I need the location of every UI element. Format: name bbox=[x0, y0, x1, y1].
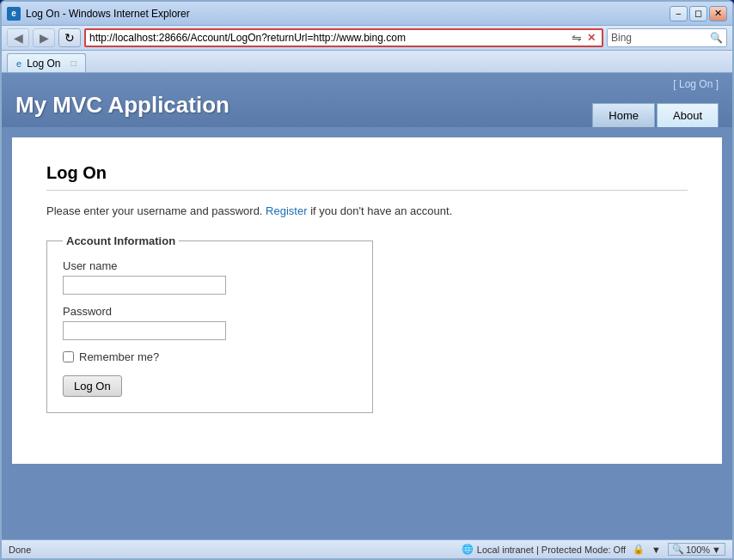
forward-button[interactable]: ▶ bbox=[33, 28, 55, 47]
remember-row: Remember me? bbox=[63, 350, 357, 363]
status-bar: Done 🌐 Local intranet | Protected Mode: … bbox=[2, 539, 732, 558]
security-icon: 🌐 bbox=[462, 544, 474, 555]
back-button[interactable]: ◀ bbox=[7, 28, 29, 47]
username-input[interactable] bbox=[63, 276, 226, 295]
tabs-bar: e Log On □ bbox=[2, 51, 732, 73]
site-header-top: [ Log On ] bbox=[2, 73, 732, 92]
status-text: Done bbox=[9, 545, 462, 555]
site-title: My MVC Application bbox=[15, 92, 229, 127]
restore-button[interactable]: ◻ bbox=[689, 6, 707, 21]
security-text: Local intranet | Protected Mode: Off bbox=[477, 545, 626, 555]
tab-close-icon[interactable]: □ bbox=[71, 58, 76, 68]
url-stop-icon[interactable]: ✕ bbox=[584, 32, 598, 44]
title-bar: e Log On - Windows Internet Explorer − ◻… bbox=[2, 2, 732, 26]
logon-button[interactable]: Log On bbox=[63, 375, 122, 397]
site-nav: Home About bbox=[592, 103, 719, 127]
remember-checkbox[interactable] bbox=[63, 351, 74, 362]
search-text: Bing bbox=[608, 32, 706, 44]
content-box: Log On Please enter your username and pa… bbox=[12, 137, 722, 464]
status-right: 🌐 Local intranet | Protected Mode: Off 🔒… bbox=[462, 543, 725, 556]
window-title: Log On - Windows Internet Explorer bbox=[26, 8, 670, 20]
page-area: [ Log On ] My MVC Application Home About… bbox=[2, 73, 732, 539]
browser-tab-logon[interactable]: e Log On □ bbox=[7, 53, 86, 72]
url-text: http://localhost:28666/Account/LogOn?ret… bbox=[89, 32, 569, 44]
search-icon[interactable]: 🔍 bbox=[706, 32, 726, 44]
tab-icon: e bbox=[16, 58, 21, 69]
username-label: User name bbox=[63, 259, 357, 272]
browser-icon: e bbox=[7, 7, 21, 21]
main-content: Log On Please enter your username and pa… bbox=[2, 127, 732, 539]
zoom-arrow-icon: ▼ bbox=[712, 545, 721, 555]
close-button[interactable]: ✕ bbox=[709, 6, 727, 21]
status-zoom[interactable]: 🔍 100% ▼ bbox=[668, 543, 725, 556]
site-header-main: My MVC Application Home About bbox=[2, 92, 732, 127]
url-go-icon[interactable]: ⇋ bbox=[569, 31, 584, 45]
description-suffix: if you don't have an account. bbox=[310, 204, 452, 217]
zoom-icon: 🔍 bbox=[672, 544, 684, 555]
site-header: [ Log On ] My MVC Application Home About bbox=[2, 73, 732, 127]
password-label: Password bbox=[63, 305, 357, 318]
username-group: User name bbox=[63, 259, 357, 295]
header-logon-text: [ Log On ] bbox=[673, 78, 719, 90]
minimize-button[interactable]: − bbox=[670, 6, 688, 21]
logon-title: Log On bbox=[46, 163, 688, 191]
remember-label: Remember me? bbox=[79, 350, 159, 363]
fieldset-legend: Account Information bbox=[63, 234, 179, 247]
register-link[interactable]: Register bbox=[266, 204, 307, 217]
website: [ Log On ] My MVC Application Home About… bbox=[2, 73, 732, 539]
address-bar: ◀ ▶ ↻ http://localhost:28666/Account/Log… bbox=[2, 26, 732, 51]
zoom-text: 100% bbox=[686, 545, 710, 555]
header-logon-link[interactable]: [ Log On ] bbox=[673, 78, 719, 90]
status-security: 🌐 Local intranet | Protected Mode: Off bbox=[462, 544, 626, 555]
browser-window: e Log On - Windows Internet Explorer − ◻… bbox=[0, 0, 734, 560]
nav-item-home[interactable]: Home bbox=[592, 103, 655, 127]
password-input[interactable] bbox=[63, 321, 226, 340]
refresh-button[interactable]: ↻ bbox=[58, 28, 81, 47]
search-box[interactable]: Bing 🔍 bbox=[607, 28, 727, 47]
password-group: Password bbox=[63, 305, 357, 340]
logon-description: Please enter your username and password.… bbox=[46, 204, 688, 217]
address-box[interactable]: http://localhost:28666/Account/LogOn?ret… bbox=[84, 28, 603, 47]
account-fieldset: Account Information User name Password R… bbox=[46, 234, 373, 413]
security-arrow-icon: ▼ bbox=[651, 545, 661, 555]
nav-item-about[interactable]: About bbox=[657, 103, 719, 127]
window-controls: − ◻ ✕ bbox=[670, 6, 727, 21]
description-prefix: Please enter your username and password. bbox=[46, 204, 262, 217]
tab-label: Log On bbox=[27, 58, 60, 70]
security-lock-icon: 🔒 bbox=[633, 544, 645, 555]
